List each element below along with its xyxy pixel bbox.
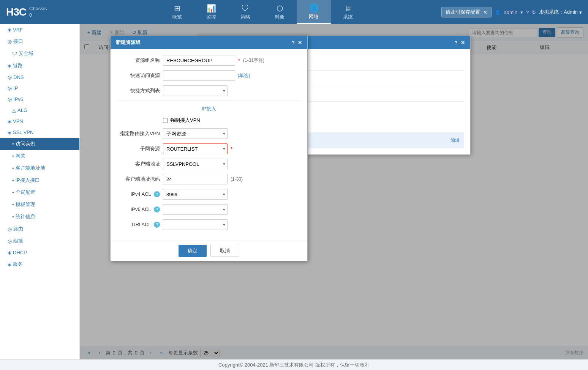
client-mask-input[interactable] — [163, 174, 228, 184]
nav-policy[interactable]: 🛡 策略 — [228, 0, 262, 24]
uri-acl-help-icon[interactable]: ? — [154, 222, 160, 228]
quick-access-list-row: 快捷方式列表 ▾ — [118, 85, 300, 96]
uri-acl-label: URI ACL ? — [118, 222, 160, 228]
subnet-resource-row: 子网资源 ROUTERLIST ▾ * — [118, 143, 300, 154]
policy-icon: 🛡 — [242, 4, 249, 13]
subnet-resource-select[interactable]: ROUTERLIST — [163, 143, 228, 154]
uri-acl-select-wrap: ▾ — [163, 219, 228, 230]
vrf-icon: ◈ — [8, 27, 11, 33]
nav-overview[interactable]: ⊞ 概览 — [160, 0, 194, 24]
cancel-btn[interactable]: 取消 — [210, 245, 239, 257]
sidebar-item-global-config[interactable]: • 全局配置 — [0, 186, 79, 198]
dhcp-icon: ◈ — [8, 250, 11, 255]
quick-access-link[interactable]: [单选] — [238, 72, 250, 79]
force-vpn-checkbox[interactable] — [163, 118, 168, 123]
inner-modal-title: 新建资源组 — [116, 39, 141, 46]
subnet-resource-select-wrap: ROUTERLIST ▾ — [163, 143, 228, 154]
template-icon: • — [12, 202, 14, 208]
ipv6-acl-label: IPv6 ACL ? — [118, 206, 160, 213]
sidebar-item-service[interactable]: ◈ 服务 — [0, 258, 79, 270]
sidebar-item-vpn[interactable]: ◈ VPN — [0, 116, 79, 127]
quick-access-list-select[interactable] — [163, 85, 228, 96]
admin-label: admin — [504, 9, 517, 15]
ipv6-acl-row: IPv6 ACL ? ▾ — [118, 204, 300, 215]
sidebar-item-interface[interactable]: ◎ 接口 — [0, 35, 79, 47]
resource-group-name-row: 资源组名称 * (1-31字符) — [118, 55, 300, 66]
sidebar-item-client-pool[interactable]: • 客户端地址池 — [0, 162, 79, 174]
save-close-icon[interactable]: ✕ — [483, 9, 487, 15]
help-icon[interactable]: ? — [526, 9, 529, 15]
ip-interface-icon: • — [12, 178, 14, 183]
force-vpn-row: 强制接入VPN — [163, 117, 300, 124]
ip-section-title: IP接入 — [118, 105, 300, 112]
quick-access-row: 快速访问资源 [单选] — [118, 70, 300, 81]
multicast-icon: ◎ — [8, 238, 12, 244]
client-addr-select-wrap: SSLVPNPOOL ▾ — [163, 159, 228, 169]
client-addr-select[interactable]: SSLVPNPOOL — [163, 159, 228, 169]
ipv4-acl-help-icon[interactable]: ? — [154, 191, 160, 197]
nav-system[interactable]: 🖥 系统 — [331, 0, 365, 24]
route-vpn-select[interactable]: 子网资源 — [163, 128, 228, 139]
service-icon: ◈ — [8, 261, 11, 267]
resource-group-name-input[interactable] — [163, 55, 235, 66]
nav-network[interactable]: 🌐 网络 — [297, 0, 331, 24]
save-config-btn[interactable]: 请及时保存配置 ✕ — [441, 7, 492, 17]
refresh-icon[interactable]: ↻ — [532, 9, 536, 15]
sidebar-item-access-instance[interactable]: • 访问实例 — [0, 138, 79, 150]
sidebar-item-template[interactable]: • 模板管理 — [0, 198, 79, 211]
ipv4-acl-select-wrap: 3999 ▾ — [163, 189, 228, 200]
access-instance-icon: • — [12, 141, 14, 147]
top-nav: H3C Chassis 0 ⊞ 概览 📊 监控 🛡 策略 ⬡ 对象 🌐 网络 🖥 — [0, 0, 588, 24]
required-star-name: * — [238, 58, 240, 63]
content-area: + 新建 ✕ 删除 ↺ 刷新 查询 高级查询 访问实例名称 工作状态 网关 服务… — [80, 24, 588, 359]
security-icon: 🛡 — [12, 51, 17, 57]
sidebar-item-ipv6[interactable]: ◎ IPv6 — [0, 94, 79, 105]
sidebar-item-ssl-vpn[interactable]: ◈ SSL VPN — [0, 127, 79, 138]
sidebar-item-security-domain[interactable]: 🛡 安全域 — [0, 47, 79, 60]
admin-dropdown-icon[interactable]: ▾ — [520, 9, 523, 15]
sidebar-item-gateway[interactable]: • 网关 — [0, 150, 79, 162]
inner-modal-close-icon[interactable]: ✕ — [298, 40, 302, 46]
sidebar-item-stats[interactable]: • 统计信息 — [0, 211, 79, 223]
ipv6-acl-select[interactable] — [163, 204, 228, 215]
sidebar-item-ip[interactable]: ◎ IP — [0, 83, 79, 94]
outer-modal-close-icon[interactable]: ✕ — [461, 40, 465, 46]
sidebar-item-dhcp[interactable]: ◈ DHCP — [0, 247, 79, 258]
object-icon: ⬡ — [277, 4, 283, 13]
virtual-system-dropdown[interactable]: ▾ — [579, 9, 582, 15]
force-vpn-label: 强制接入VPN — [170, 117, 200, 124]
nav-icons: ⊞ 概览 📊 监控 🛡 策略 ⬡ 对象 🌐 网络 🖥 系统 — [84, 0, 441, 24]
alg-icon: △ — [12, 107, 16, 113]
virtual-system: 虚拟系统：Admin ▾ — [539, 9, 582, 16]
modal-outer-header-icons: ? ✕ — [455, 40, 465, 46]
client-mask-label: 客户端地址掩码 — [118, 176, 160, 183]
dns-icon: ◎ — [8, 74, 12, 80]
sidebar-item-alg[interactable]: △ ALG — [0, 105, 79, 116]
sidebar-item-multicast[interactable]: ◎ 组播 — [0, 235, 79, 247]
inner-modal-help-icon[interactable]: ? — [292, 40, 295, 46]
interface-icon: ◎ — [8, 39, 12, 44]
quick-access-input[interactable] — [163, 70, 235, 81]
ipv4-acl-select[interactable]: 3999 — [163, 189, 228, 200]
route-vpn-label: 指定路由接入VPN — [118, 130, 160, 137]
edit-label[interactable]: 编辑 — [450, 137, 460, 144]
section-divider — [118, 101, 300, 101]
footer-text: Copyright© 2004-2021 新华三技术有限公司 版权所有，保留一切… — [218, 362, 370, 368]
outer-modal-help-icon[interactable]: ? — [455, 40, 458, 46]
ipv6-acl-help-icon[interactable]: ? — [154, 206, 160, 213]
nav-object[interactable]: ⬡ 对象 — [262, 0, 297, 24]
confirm-btn[interactable]: 确定 — [179, 245, 207, 257]
sidebar-item-routing[interactable]: ◎ 路由 — [0, 223, 79, 235]
quick-access-label: 快速访问资源 — [118, 72, 160, 79]
sidebar-item-link[interactable]: ◈ 链路 — [0, 60, 79, 72]
nav-monitor[interactable]: 📊 监控 — [194, 0, 228, 24]
network-icon: 🌐 — [309, 3, 319, 13]
ip-icon: ◎ — [8, 85, 12, 91]
inner-modal-footer: 确定 取消 — [111, 241, 307, 261]
gateway-icon: • — [12, 153, 14, 159]
sidebar-item-vrf[interactable]: ◈ VRF — [0, 24, 79, 35]
sidebar-item-ip-interface[interactable]: • IP接入接口 — [0, 174, 79, 186]
logo-area: H3C Chassis 0 — [0, 6, 84, 19]
sidebar-item-dns[interactable]: ◎ DNS — [0, 72, 79, 83]
uri-acl-select[interactable] — [163, 219, 228, 230]
